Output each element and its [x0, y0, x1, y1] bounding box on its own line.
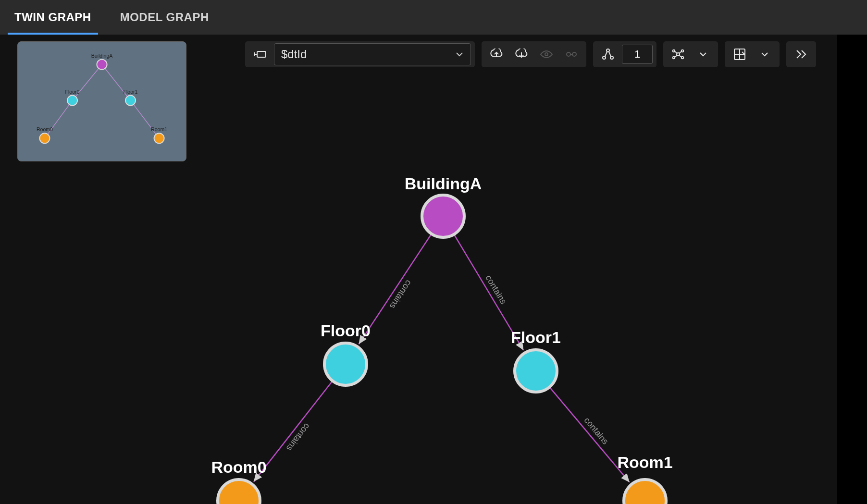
svg-rect-9: [257, 51, 266, 57]
import-graph-button[interactable]: [510, 43, 533, 65]
svg-point-17: [673, 50, 675, 52]
node-Room1[interactable]: Room1: [617, 453, 672, 504]
minimap-node-label: Floor0: [65, 89, 80, 95]
svg-point-0: [422, 195, 464, 237]
minimap-node: [67, 96, 77, 106]
view-mode-button[interactable]: [729, 43, 751, 65]
layout-dropdown[interactable]: [692, 43, 714, 65]
svg-point-10: [545, 53, 548, 56]
svg-point-2: [515, 350, 557, 392]
node-Floor0[interactable]: Floor0: [321, 321, 371, 385]
overflow-group: [786, 41, 816, 67]
node-label: Floor1: [511, 328, 561, 346]
node-label: BuildingA: [405, 174, 482, 193]
svg-point-15: [610, 56, 613, 59]
minimap-node-label: Room0: [37, 126, 53, 132]
export-graph-button[interactable]: [485, 43, 508, 65]
minimap-node-label: BuildingA: [91, 53, 113, 59]
property-select-group: $dtId: [245, 41, 475, 67]
label-property-icon[interactable]: [249, 43, 271, 65]
expansion-mode-icon[interactable]: [597, 43, 619, 65]
node-label: Room1: [617, 453, 672, 471]
show-all-button[interactable]: [535, 43, 557, 65]
node-Floor1[interactable]: Floor1: [511, 328, 561, 392]
svg-point-1: [324, 343, 367, 385]
tabs-bar: TWIN GRAPH MODEL GRAPH: [0, 0, 867, 35]
toolbar: $dtId: [245, 41, 848, 67]
svg-point-20: [681, 57, 683, 59]
chevron-double-right-icon: [795, 49, 807, 59]
svg-line-6: [102, 64, 131, 100]
chevron-down-icon: [699, 50, 707, 58]
svg-point-4: [624, 479, 666, 504]
expansion-level-input[interactable]: [622, 45, 653, 64]
minimap-node: [39, 133, 50, 143]
expansion-group: [593, 41, 656, 67]
graph-body: containscontainscontainscontains Buildin…: [0, 35, 867, 504]
property-select[interactable]: $dtId: [274, 43, 471, 65]
overflow-button[interactable]: [790, 43, 812, 65]
svg-line-8: [131, 100, 160, 138]
minimap-node: [125, 96, 136, 106]
show-relationships-button[interactable]: [560, 43, 582, 65]
tab-twin-graph[interactable]: TWIN GRAPH: [0, 0, 106, 35]
node-label: Floor0: [321, 321, 371, 340]
tab-model-graph[interactable]: MODEL GRAPH: [106, 0, 223, 35]
minimap-node-label: Floor1: [124, 89, 138, 95]
svg-point-3: [218, 479, 260, 504]
node-BuildingA[interactable]: BuildingA: [405, 174, 482, 237]
svg-point-12: [572, 52, 576, 56]
minimap-node: [97, 60, 107, 70]
node-label: Room0: [211, 458, 266, 476]
layout-button[interactable]: [667, 43, 689, 65]
view-mode-dropdown[interactable]: [754, 43, 776, 65]
minimap-node: [154, 133, 164, 143]
svg-point-14: [603, 56, 606, 59]
chevron-down-icon: [761, 50, 768, 58]
svg-point-19: [673, 57, 675, 59]
svg-point-13: [607, 49, 609, 52]
svg-line-5: [73, 64, 102, 100]
view-group: [725, 41, 780, 67]
svg-line-7: [45, 100, 73, 138]
svg-point-18: [681, 50, 683, 52]
io-group: [482, 41, 586, 67]
minimap[interactable]: BuildingAFloor0Floor1Room0Room1: [17, 41, 186, 161]
chevron-down-icon: [455, 50, 464, 59]
property-select-value: $dtId: [281, 48, 307, 61]
svg-point-11: [567, 52, 570, 56]
minimap-node-label: Room1: [151, 126, 167, 132]
node-Room0[interactable]: Room0: [211, 458, 266, 504]
layout-group: [663, 41, 718, 67]
